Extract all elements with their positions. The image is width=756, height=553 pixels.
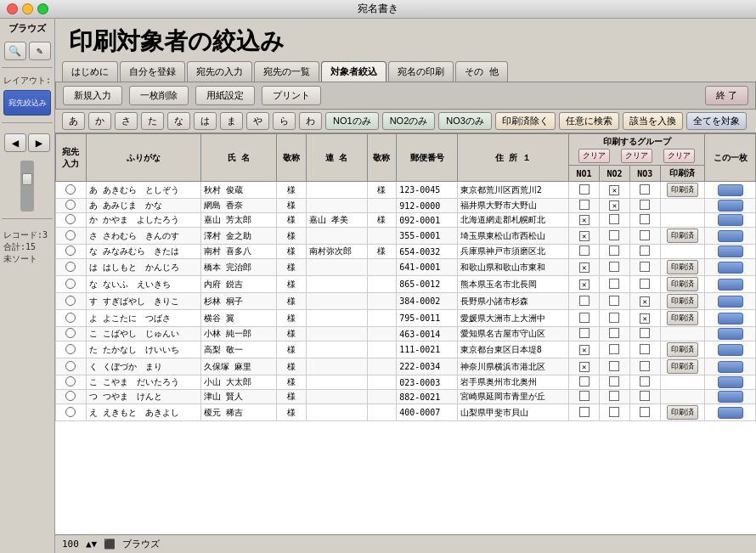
clear-btn-no1[interactable]: クリア: [578, 149, 610, 163]
vertical-slider[interactable]: [20, 161, 34, 212]
row-select-radio[interactable]: [65, 245, 76, 256]
row-select-radio[interactable]: [65, 184, 76, 195]
pencil-icon-btn[interactable]: ✎: [29, 42, 51, 60]
search-icon-btn[interactable]: 🔍: [4, 42, 26, 60]
row-select-radio[interactable]: [65, 376, 76, 387]
row-no2-checkbox[interactable]: [609, 296, 619, 306]
row-no3-checkbox[interactable]: [640, 184, 650, 195]
row-printed-btn[interactable]: 印刷済: [667, 183, 698, 197]
row-no3-checkbox[interactable]: [640, 376, 650, 387]
row-one-sheet-btn[interactable]: [718, 200, 743, 212]
row-one-sheet-btn[interactable]: [718, 344, 743, 356]
row-no2-checkbox[interactable]: [609, 407, 619, 417]
row-no3-checkbox[interactable]: [640, 407, 650, 417]
paper-settings-btn[interactable]: 用紙設定: [195, 86, 255, 105]
row-one-sheet-btn[interactable]: [718, 279, 743, 291]
row-printed-btn[interactable]: 印刷済: [667, 229, 698, 243]
row-no3-checkbox[interactable]: [640, 313, 650, 324]
row-no2-checkbox[interactable]: [609, 245, 619, 256]
kana-a[interactable]: あ: [62, 112, 85, 130]
end-btn[interactable]: 終 了: [705, 86, 748, 105]
row-no1-checkbox[interactable]: [579, 376, 590, 387]
row-printed-btn[interactable]: 印刷済: [667, 405, 698, 420]
replace-match-btn[interactable]: 該当を入換: [623, 112, 683, 130]
all-target-btn[interactable]: 全てを対象: [686, 112, 747, 130]
row-no2-checkbox[interactable]: [609, 200, 619, 211]
row-one-sheet-btn[interactable]: [718, 184, 743, 196]
row-no2-checkbox[interactable]: [609, 391, 619, 401]
kana-wa[interactable]: わ: [299, 112, 322, 130]
tab-list[interactable]: 宛先の一覧: [254, 61, 319, 82]
row-select-radio[interactable]: [65, 296, 76, 306]
row-select-radio[interactable]: [65, 407, 76, 417]
row-select-radio[interactable]: [65, 262, 76, 272]
row-no2-checkbox[interactable]: [609, 279, 619, 289]
row-no1-checkbox[interactable]: [579, 362, 590, 372]
row-no1-checkbox[interactable]: [579, 407, 590, 417]
row-printed-btn[interactable]: 印刷済: [667, 277, 698, 291]
row-no2-checkbox[interactable]: [609, 262, 619, 272]
minimize-button[interactable]: [22, 3, 33, 14]
delete-one-btn[interactable]: 一枚削除: [129, 86, 189, 105]
row-no1-checkbox[interactable]: [579, 345, 590, 355]
slider-thumb[interactable]: [22, 173, 32, 185]
row-no3-checkbox[interactable]: [640, 344, 650, 354]
kana-ra[interactable]: ら: [273, 112, 296, 130]
row-no1-checkbox[interactable]: [579, 391, 590, 401]
row-select-radio[interactable]: [65, 328, 76, 338]
no1-only-btn[interactable]: NO1のみ: [325, 112, 379, 130]
kana-sa[interactable]: さ: [115, 112, 138, 130]
row-no1-checkbox[interactable]: [579, 328, 590, 338]
row-printed-btn[interactable]: 印刷済: [667, 260, 698, 274]
row-no2-checkbox[interactable]: [609, 214, 619, 224]
row-select-radio[interactable]: [65, 230, 76, 240]
row-one-sheet-btn[interactable]: [718, 230, 743, 242]
row-no2-checkbox[interactable]: [609, 376, 619, 387]
row-one-sheet-btn[interactable]: [718, 245, 743, 257]
row-no2-checkbox[interactable]: [609, 361, 619, 371]
row-no1-checkbox[interactable]: [579, 296, 590, 306]
tab-hajimeni[interactable]: はじめに: [62, 61, 118, 82]
kana-ta[interactable]: た: [141, 112, 164, 130]
row-one-sheet-btn[interactable]: [718, 391, 743, 403]
exclude-printed-btn[interactable]: 印刷済除く: [495, 112, 556, 130]
row-no3-checkbox[interactable]: [640, 245, 650, 256]
row-no2-checkbox[interactable]: [609, 344, 619, 354]
row-select-radio[interactable]: [65, 344, 76, 354]
kana-ma[interactable]: ま: [220, 112, 243, 130]
clear-btn-no3[interactable]: クリア: [663, 149, 695, 163]
search-arbitrary-btn[interactable]: 任意に検索: [559, 112, 619, 130]
row-select-radio[interactable]: [65, 279, 76, 289]
tab-input[interactable]: 宛先の入力: [187, 61, 252, 82]
row-no3-checkbox[interactable]: [640, 262, 650, 272]
row-no2-checkbox[interactable]: [609, 185, 619, 195]
row-no3-checkbox[interactable]: [640, 361, 650, 371]
row-no3-checkbox[interactable]: [640, 296, 650, 307]
kana-na[interactable]: な: [167, 112, 190, 130]
row-no1-checkbox[interactable]: [579, 200, 590, 210]
close-button[interactable]: [7, 3, 18, 14]
row-one-sheet-btn[interactable]: [718, 214, 743, 226]
next-arrow-btn[interactable]: ▶: [28, 133, 50, 152]
tab-print[interactable]: 宛名の印刷: [388, 61, 454, 82]
row-no3-checkbox[interactable]: [640, 279, 650, 289]
row-printed-btn[interactable]: 印刷済: [667, 342, 698, 357]
row-printed-btn[interactable]: 印刷済: [667, 311, 698, 325]
row-no1-checkbox[interactable]: [579, 215, 590, 225]
row-no3-checkbox[interactable]: [640, 214, 650, 224]
tab-register[interactable]: 自分を登録: [120, 61, 185, 82]
row-select-radio[interactable]: [65, 200, 76, 210]
row-printed-btn[interactable]: 印刷済: [667, 294, 698, 308]
kana-ya[interactable]: や: [246, 112, 269, 130]
row-no2-checkbox[interactable]: [609, 313, 619, 323]
row-no1-checkbox[interactable]: [579, 262, 590, 273]
row-select-radio[interactable]: [65, 313, 76, 323]
row-one-sheet-btn[interactable]: [718, 296, 743, 308]
no2-only-btn[interactable]: NO2のみ: [382, 112, 436, 130]
row-select-radio[interactable]: [65, 391, 76, 401]
row-no1-checkbox[interactable]: [579, 313, 590, 323]
row-no3-checkbox[interactable]: [640, 391, 650, 401]
row-no2-checkbox[interactable]: [609, 230, 619, 240]
tab-filter[interactable]: 対象者絞込: [321, 61, 386, 82]
row-no1-checkbox[interactable]: [579, 184, 590, 195]
